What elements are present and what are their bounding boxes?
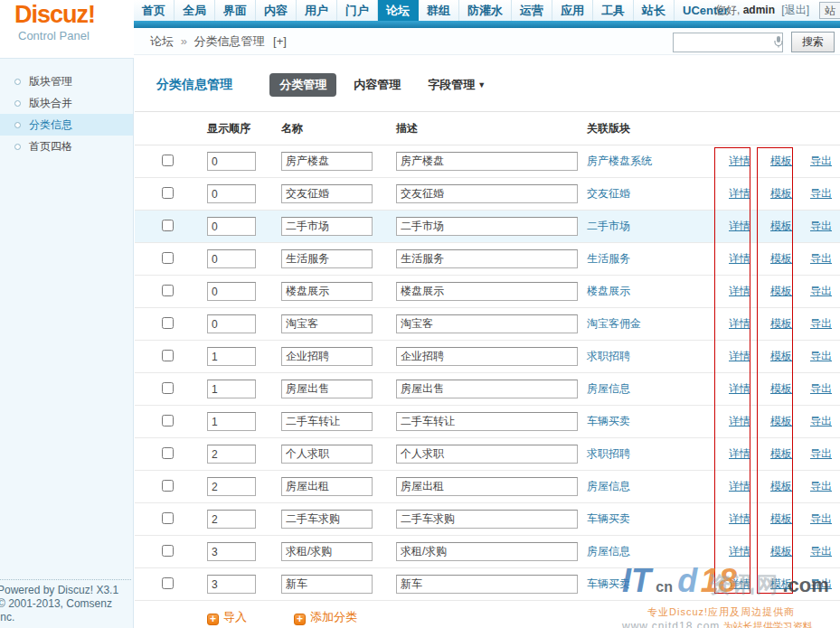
name-input[interactable] — [281, 314, 373, 333]
display-order-input[interactable] — [207, 282, 256, 301]
display-order-input[interactable] — [207, 380, 256, 398]
nav-item-门户[interactable]: 门户 — [337, 0, 378, 21]
tab-分类管理[interactable]: 分类管理 — [269, 73, 336, 97]
name-input[interactable] — [281, 477, 373, 496]
related-forum-link[interactable]: 淘宝客佣金 — [587, 316, 719, 332]
row-checkbox[interactable] — [162, 447, 174, 459]
search-input[interactable] — [673, 33, 783, 52]
description-input[interactable] — [396, 249, 578, 268]
nav-item-内容[interactable]: 内容 — [256, 0, 297, 21]
display-order-input[interactable] — [207, 152, 256, 171]
row-checkbox[interactable] — [162, 285, 174, 296]
row-checkbox[interactable] — [162, 545, 174, 557]
name-input[interactable] — [281, 152, 373, 171]
name-input[interactable] — [281, 347, 373, 366]
row-checkbox[interactable] — [162, 415, 174, 426]
related-forum-link[interactable]: 求职招聘 — [587, 349, 719, 364]
display-order-input[interactable] — [207, 575, 256, 594]
description-input[interactable] — [396, 412, 578, 431]
export-link[interactable]: 导出 — [802, 284, 840, 299]
related-forum-link[interactable]: 房屋信息 — [587, 479, 719, 494]
row-checkbox[interactable] — [162, 382, 174, 394]
row-checkbox[interactable] — [162, 187, 174, 199]
export-link[interactable]: 导出 — [802, 251, 840, 267]
nav-item-应用[interactable]: 应用 — [552, 0, 593, 21]
nav-item-界面[interactable]: 界面 — [215, 0, 256, 21]
description-input[interactable] — [396, 184, 578, 203]
related-forum-link[interactable]: 房屋信息 — [587, 544, 719, 559]
sidebar-item-首页四格[interactable]: 首页四格 — [0, 136, 133, 157]
related-forum-link[interactable]: 车辆买卖 — [587, 414, 719, 429]
nav-item-群组[interactable]: 群组 — [419, 0, 459, 21]
export-link[interactable]: 导出 — [802, 381, 840, 397]
name-input[interactable] — [281, 542, 373, 561]
search-button[interactable]: 搜索 — [791, 32, 835, 52]
action-添加分类[interactable]: +添加分类 — [294, 609, 357, 625]
sidebar-item-版块合并[interactable]: 版块合并 — [0, 92, 133, 114]
row-checkbox[interactable] — [162, 220, 174, 231]
row-checkbox[interactable] — [162, 350, 174, 361]
nav-item-工具[interactable]: 工具 — [593, 0, 634, 21]
export-link[interactable]: 导出 — [802, 219, 840, 234]
nav-item-运营[interactable]: 运营 — [512, 0, 552, 21]
row-checkbox[interactable] — [162, 252, 174, 264]
description-input[interactable] — [396, 477, 578, 496]
description-input[interactable] — [396, 445, 578, 464]
related-forum-link[interactable]: 车辆买卖 — [587, 511, 719, 527]
display-order-input[interactable] — [207, 412, 256, 431]
description-input[interactable] — [396, 217, 578, 236]
description-input[interactable] — [396, 314, 578, 333]
display-order-input[interactable] — [207, 347, 256, 366]
display-order-input[interactable] — [207, 445, 256, 464]
related-forum-link[interactable]: 求职招聘 — [587, 446, 719, 462]
nav-item-首页[interactable]: 首页 — [134, 0, 175, 21]
row-checkbox[interactable] — [162, 480, 174, 492]
nav-item-论坛[interactable]: 论坛 — [378, 0, 419, 21]
description-input[interactable] — [396, 152, 578, 171]
description-input[interactable] — [396, 575, 578, 594]
export-link[interactable]: 导出 — [802, 446, 840, 462]
row-checkbox[interactable] — [162, 155, 174, 166]
sidebar-item-分类信息[interactable]: 分类信息 — [0, 114, 133, 136]
name-input[interactable] — [281, 282, 373, 301]
logout-link[interactable]: [退出] — [781, 4, 809, 16]
description-input[interactable] — [396, 542, 578, 561]
sidebar-item-版块管理[interactable]: 版块管理 — [0, 70, 133, 92]
name-input[interactable] — [281, 184, 373, 203]
export-link[interactable]: 导出 — [802, 511, 840, 527]
name-input[interactable] — [281, 510, 373, 529]
display-order-input[interactable] — [207, 184, 256, 203]
nav-item-用户[interactable]: 用户 — [297, 0, 337, 21]
export-link[interactable]: 导出 — [802, 576, 840, 592]
row-checkbox[interactable] — [162, 577, 174, 589]
display-order-input[interactable] — [207, 314, 256, 333]
related-forum-link[interactable]: 房产楼盘系统 — [587, 154, 719, 169]
name-input[interactable] — [281, 380, 373, 398]
nav-item-防灌水[interactable]: 防灌水 — [459, 0, 512, 21]
display-order-input[interactable] — [207, 477, 256, 496]
related-forum-link[interactable]: 二手市场 — [587, 219, 719, 234]
description-input[interactable] — [396, 510, 578, 529]
related-forum-link[interactable]: 楼盘展示 — [587, 284, 719, 299]
nav-item-全局[interactable]: 全局 — [175, 0, 215, 21]
name-input[interactable] — [281, 217, 373, 236]
corner-site-button[interactable]: 站 — [819, 2, 840, 19]
related-forum-link[interactable]: 生活服务 — [587, 251, 719, 267]
description-input[interactable] — [396, 347, 578, 366]
name-input[interactable] — [281, 575, 373, 594]
tab-字段管理[interactable]: 字段管理▼ — [418, 73, 496, 97]
related-forum-link[interactable]: 交友征婚 — [587, 186, 719, 202]
row-checkbox[interactable] — [162, 317, 174, 329]
export-link[interactable]: 导出 — [802, 414, 840, 429]
export-link[interactable]: 导出 — [802, 479, 840, 494]
action-导入[interactable]: +导入 — [207, 609, 247, 625]
nav-item-站长[interactable]: 站长 — [634, 0, 675, 21]
tab-内容管理[interactable]: 内容管理 — [344, 73, 411, 97]
export-link[interactable]: 导出 — [802, 349, 840, 364]
display-order-input[interactable] — [207, 542, 256, 561]
breadcrumb-section[interactable]: 论坛 — [150, 34, 174, 48]
display-order-input[interactable] — [207, 249, 256, 268]
microphone-icon[interactable] — [773, 36, 784, 48]
description-input[interactable] — [396, 282, 578, 301]
description-input[interactable] — [396, 380, 578, 398]
